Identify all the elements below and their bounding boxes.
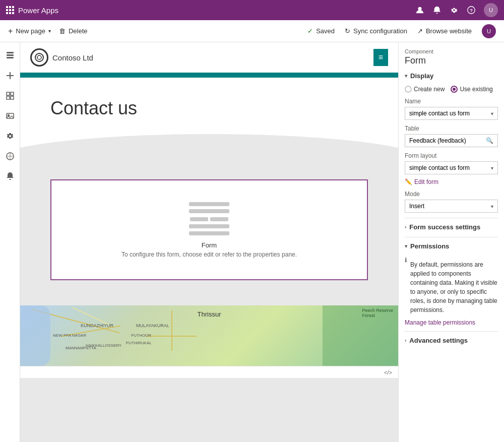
form-layout-select[interactable]: simple contact us form ▾ xyxy=(405,161,498,174)
sidebar-icon-add[interactable] xyxy=(1,67,19,85)
chevron-down-icon: ▾ xyxy=(48,28,51,34)
chevron-down-icon: ▾ xyxy=(405,73,407,79)
divider1 xyxy=(405,218,498,218)
edit-form-label: Edit form xyxy=(414,178,438,185)
right-panel: Component Form ▾ Display Create new Use … xyxy=(398,42,504,442)
form-icon xyxy=(189,202,229,235)
form-layout-value: simple contact us form xyxy=(409,164,470,171)
chevron-down-icon: ▾ xyxy=(405,243,407,249)
browse-button[interactable]: ↗ Browse website xyxy=(417,27,472,35)
permissions-header[interactable]: ▾ Permissions xyxy=(405,242,498,250)
edit-form-link[interactable]: ✏️ Edit form xyxy=(405,178,498,185)
panel-title: Form xyxy=(405,55,498,66)
map-water xyxy=(20,305,50,366)
radio-circle-existing xyxy=(451,86,458,93)
company-name: Contoso Ltd xyxy=(52,53,93,62)
place-puthoor: PUTHOOR xyxy=(131,333,151,338)
svg-rect-4 xyxy=(7,54,14,56)
forest-label: Peech ReserveForest xyxy=(362,308,393,318)
map-section: Thrissur Peech ReserveForest KUNDAZHIYUR… xyxy=(20,305,398,366)
chevron-down-icon: ▾ xyxy=(491,204,493,209)
avatar[interactable]: U xyxy=(484,3,498,17)
table-label: Table xyxy=(405,125,498,132)
sidebar-icon-settings[interactable] xyxy=(1,127,19,145)
sidebar-icon-theme[interactable] xyxy=(1,147,19,165)
logo-circle xyxy=(30,48,48,67)
chevron-down-icon: ▾ xyxy=(491,111,493,116)
sidebar-icon-pages[interactable] xyxy=(1,46,19,65)
main-layout: Contoso Ltd ≡ Contact us xyxy=(0,42,504,442)
spacer2 xyxy=(20,290,398,305)
site-header: Contoso Ltd ≡ xyxy=(20,42,398,75)
radio-create-label: Create new xyxy=(414,86,445,93)
form-desc: To configure this form, choose edit or r… xyxy=(121,251,297,258)
user-avatar[interactable]: U xyxy=(482,24,496,38)
canvas[interactable]: Contoso Ltd ≡ Contact us xyxy=(20,42,398,442)
advanced-section-header[interactable]: › Advanced settings xyxy=(405,337,498,344)
site-logo: Contoso Ltd xyxy=(30,48,93,67)
spacer1 xyxy=(20,159,398,174)
place-mulayakural: MULAYAKURAL xyxy=(136,323,169,328)
mode-label: Mode xyxy=(405,191,498,198)
radio-group: Create new Use existing xyxy=(405,86,498,93)
app-name: Power Apps xyxy=(18,6,58,15)
chevron-right-icon: › xyxy=(405,338,406,343)
radio-create-new[interactable]: Create new xyxy=(405,86,445,93)
table-search[interactable]: Feedback (feedback) 🔍 xyxy=(405,134,498,147)
advanced-label: Advanced settings xyxy=(409,337,468,344)
table-value: Feedback (feedback) xyxy=(409,137,466,144)
radio-circle-create xyxy=(405,86,412,93)
delete-button[interactable]: 🗑 Delete xyxy=(59,27,88,35)
display-label: Display xyxy=(410,72,433,80)
manage-permissions-link[interactable]: Manage table permissions xyxy=(405,319,475,326)
toolbar: + New page ▾ 🗑 Delete ✓ Saved ↻ Sync con… xyxy=(0,20,504,42)
sidebar-icon-components[interactable] xyxy=(1,87,19,105)
left-sidebar xyxy=(0,42,20,442)
svg-rect-7 xyxy=(11,92,14,95)
bottom-bar: </> xyxy=(20,366,398,378)
saved-button[interactable]: ✓ Saved xyxy=(307,27,335,35)
sidebar-icon-media[interactable] xyxy=(1,107,19,125)
form-placeholder[interactable]: Form To configure this form, choose edit… xyxy=(50,179,368,280)
new-page-button[interactable]: + New page ▾ xyxy=(8,27,51,36)
place-new-pfa: NEW PFA NAGAR xyxy=(53,333,86,338)
form-success-label: Form success settings xyxy=(409,223,480,231)
sync-button[interactable]: ↻ Sync configuration xyxy=(345,27,407,35)
trash-icon: 🗑 xyxy=(59,27,66,35)
svg-rect-9 xyxy=(11,96,14,99)
place-mannampetta: MANNAMPETTA xyxy=(66,346,96,350)
toolbar-right: ✓ Saved ↻ Sync configuration ↗ Browse we… xyxy=(307,24,496,38)
divider2 xyxy=(405,237,498,237)
radio-dot xyxy=(453,88,456,91)
permissions-info: ℹ By default, permissions are applied to… xyxy=(405,256,498,319)
place-kundazhiyur: KUNDAZHIYUR xyxy=(81,323,113,328)
user-icon xyxy=(415,6,424,15)
svg-point-0 xyxy=(418,7,421,11)
form-success-header[interactable]: › Form success settings xyxy=(405,223,498,231)
sync-icon: ↻ xyxy=(345,27,350,35)
svg-rect-5 xyxy=(7,57,14,58)
place-puthirukal: PUTHIRUKAL xyxy=(126,341,152,345)
topbar-left: Power Apps xyxy=(6,6,58,15)
code-label[interactable]: </> xyxy=(384,369,392,375)
search-icon: 🔍 xyxy=(486,137,493,144)
svg-point-11 xyxy=(8,115,9,116)
hamburger-button[interactable]: ≡ xyxy=(373,49,388,66)
sidebar-icon-notifications[interactable] xyxy=(1,167,19,185)
radio-existing-label: Use existing xyxy=(460,86,492,93)
map-road-5 xyxy=(171,310,172,351)
mode-select[interactable]: Insert ▾ xyxy=(405,200,498,213)
name-label: Name xyxy=(405,98,498,105)
display-section-header[interactable]: ▾ Display xyxy=(405,72,498,80)
info-icon: ℹ xyxy=(405,257,407,264)
settings-icon xyxy=(450,6,459,15)
plus-icon: + xyxy=(8,27,13,36)
help-icon: ? xyxy=(467,6,476,15)
topbar: Power Apps ? U xyxy=(0,0,504,20)
radio-use-existing[interactable]: Use existing xyxy=(451,86,492,93)
app-logo: Power Apps xyxy=(6,6,58,15)
component-label: Component xyxy=(405,48,498,54)
name-select[interactable]: simple contact us form ▾ xyxy=(405,107,498,120)
svg-point-13 xyxy=(35,53,43,61)
map-bg: Thrissur Peech ReserveForest KUNDAZHIYUR… xyxy=(20,305,398,366)
